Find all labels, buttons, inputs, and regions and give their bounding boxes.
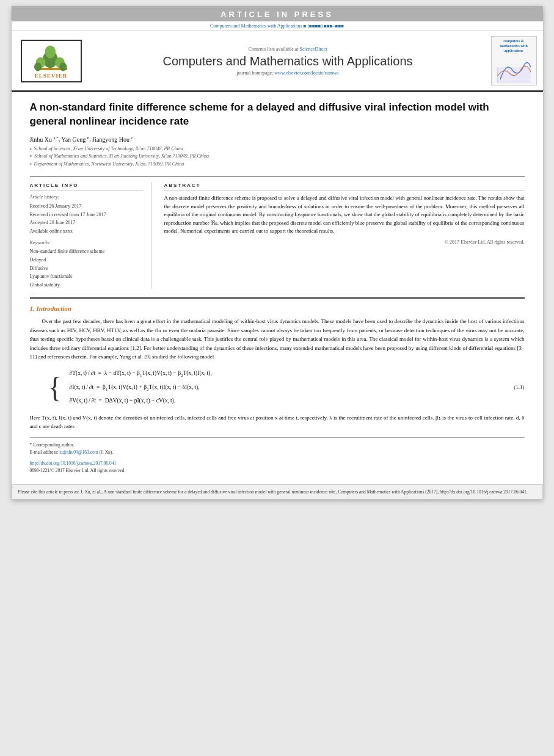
eq-line-3: ∂V(x, t) / ∂t = DΔV(x, t) + pI(x, t) − c… (70, 394, 502, 407)
elsevier-logo-area: ELSEVIER (18, 36, 85, 85)
thumb-visual-icon (497, 55, 531, 82)
homepage-link[interactable]: www.elsevier.com/locate/camwa (274, 70, 338, 76)
doi-link[interactable]: http://dx.doi.org/10.1016/j.camwa.2017.0… (30, 460, 117, 466)
keyword-3: Diffusive (30, 264, 143, 273)
bottom-citation-bar: Please cite this article in press as: J.… (12, 484, 543, 500)
elsevier-tree-icon (30, 44, 73, 71)
equation-1-1: { ∂T(x, t) / ∂t = λ − dT(x, t) − β1T(x, … (30, 367, 525, 407)
abstract-column: ABSTRACT A non-standard finite differenc… (164, 183, 525, 289)
authors-line: Jinhu Xu a,*, Yan Geng b, Jiangyong Hou … (30, 135, 525, 142)
affil-2: b School of Mathematics and Statistics, … (30, 153, 525, 161)
intro-heading: 1. Introduction (30, 305, 525, 312)
citation-text: Please cite this article in press as: J.… (18, 489, 528, 495)
email-label: E-mail address: (30, 449, 59, 455)
intro-paragraph-2: Here T(x, t), I(x, t) and V(x, t) denote… (30, 413, 525, 431)
banner-text: ARTICLE IN PRESS (221, 10, 333, 19)
corresponding-label: * Corresponding author. (30, 442, 75, 448)
article-in-press-banner: ARTICLE IN PRESS (12, 6, 543, 21)
svg-point-6 (34, 62, 42, 71)
keyword-2: Delayed (30, 256, 143, 264)
journal-homepage-line: journal homepage: www.elsevier.com/locat… (237, 70, 339, 76)
sciencedirect-line: Contents lists available at ScienceDirec… (249, 46, 327, 52)
keywords-label: Keywords: (30, 240, 143, 245)
keyword-1: Non-standard finite difference scheme (30, 247, 143, 256)
article-info-label: ARTICLE INFO (30, 183, 143, 191)
affiliations: a School of Sciences, Xi'an University o… (30, 145, 525, 169)
journal-header: ELSEVIER Contents lists available at Sci… (12, 31, 543, 92)
affil-3: c Department of Mathematics, Northwest U… (30, 161, 525, 169)
journal-link-text: Computers and Mathematics with Applicati… (210, 23, 344, 29)
homepage-label: journal homepage: (237, 70, 274, 76)
doi-line: http://dx.doi.org/10.1016/j.camwa.2017.0… (30, 460, 525, 467)
journal-link-bar: Computers and Mathematics with Applicati… (12, 21, 543, 31)
journal-title-area: Contents lists available at ScienceDirec… (90, 36, 486, 85)
corresponding-author-note: * Corresponding author. (30, 442, 525, 449)
article-title: A non-standard finite difference scheme … (30, 101, 525, 129)
keyword-5: Global stability (30, 281, 143, 289)
article-info-column: ARTICLE INFO Article history: Received 2… (30, 183, 152, 289)
author-2: Yan Geng b (61, 136, 89, 143)
svg-point-4 (45, 45, 56, 58)
history-accepted: Accepted 20 June 2017 (30, 219, 143, 227)
equation-number: (1.1) (501, 384, 524, 390)
page: ARTICLE IN PRESS Computers and Mathemati… (12, 6, 543, 500)
elsevier-wordmark: ELSEVIER (35, 73, 68, 79)
elsevier-logo-box: ELSEVIER (21, 40, 82, 82)
abstract-label: ABSTRACT (164, 183, 525, 191)
eq-line-1: ∂T(x, t) / ∂t = λ − dT(x, t) − β1T(x, t)… (70, 367, 502, 380)
history-online: Available online xxxx (30, 227, 143, 236)
introduction-section: 1. Introduction Over the past few decade… (30, 297, 525, 431)
affil-1: a School of Sciences, Xi'an University o… (30, 145, 525, 153)
email-link[interactable]: xujinhu09@163.com (59, 449, 98, 455)
main-content: A non-standard finite difference scheme … (12, 92, 543, 480)
history-revised: Received in revised form 17 June 2017 (30, 211, 143, 219)
keyword-4: Lyapunov functionals (30, 272, 143, 281)
article-history-label: Article history: (30, 194, 143, 200)
article-info-abstract-section: ARTICLE INFO Article history: Received 2… (30, 176, 525, 289)
email-line: E-mail address: xujinhu09@163.com (J. Xu… (30, 449, 525, 456)
issn-line: 0898-1221/© 2017 Elsevier Ltd. All right… (30, 467, 525, 474)
history-received: Received 26 January 2017 (30, 202, 143, 211)
author-1: Jinhu Xu a,* (30, 136, 59, 143)
footnote-area: * Corresponding author. E-mail address: … (30, 437, 525, 474)
abstract-text: A non-standard finite difference scheme … (164, 194, 525, 236)
email-person: (J. Xu). (100, 449, 114, 455)
equation-lines: ∂T(x, t) / ∂t = λ − dT(x, t) − β1T(x, t)… (70, 367, 502, 407)
copyright-line: © 2017 Elsevier Ltd. All rights reserved… (164, 239, 525, 245)
eq-line-2: ∂I(x, t) / ∂t = β1T(x, t)V(x, t) + β2T(x… (70, 381, 502, 394)
journal-thumbnail: computers & mathematics with application… (491, 36, 537, 85)
journal-title: Computers and Mathematics with Applicati… (162, 54, 412, 68)
sciencedirect-link[interactable]: ScienceDirect (300, 46, 327, 52)
sciencedirect-label: Contents lists available at (249, 46, 299, 52)
author-3: Jiangyong Hou c (92, 136, 133, 143)
equation-brace: { (48, 371, 62, 404)
intro-paragraph-1: Over the past few decades, there has bee… (30, 317, 525, 361)
thumb-title-text: computers & mathematics with application… (494, 39, 534, 53)
svg-point-7 (59, 62, 67, 71)
